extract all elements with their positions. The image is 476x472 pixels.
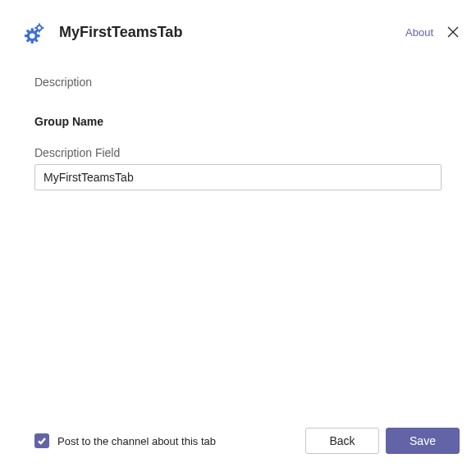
svg-rect-3 — [37, 34, 40, 37]
checkbox-label: Post to the channel about this tab — [57, 435, 216, 447]
svg-rect-1 — [31, 40, 34, 44]
save-button[interactable]: Save — [386, 428, 460, 454]
close-icon — [446, 25, 460, 39]
back-button[interactable]: Back — [305, 428, 379, 454]
svg-rect-9 — [39, 30, 40, 32]
description-field-input[interactable] — [34, 164, 442, 190]
svg-rect-0 — [31, 28, 34, 31]
dialog-header: MyFirstTeamsTab About — [0, 0, 476, 51]
checkbox-box — [34, 433, 49, 448]
dialog-body: Description Group Name Description Field — [0, 51, 476, 190]
about-link[interactable]: About — [405, 26, 433, 39]
description-text: Description — [34, 76, 442, 89]
dialog-title: MyFirstTeamsTab — [59, 24, 405, 41]
app-icon — [23, 20, 48, 44]
svg-rect-11 — [42, 27, 43, 29]
svg-rect-2 — [25, 34, 28, 37]
post-channel-checkbox[interactable]: Post to the channel about this tab — [34, 433, 299, 448]
svg-rect-8 — [39, 23, 40, 25]
group-name-heading: Group Name — [34, 115, 442, 128]
checkmark-icon — [37, 436, 47, 446]
dialog-footer: Post to the channel about this tab Back … — [0, 413, 476, 472]
close-button[interactable] — [446, 25, 460, 39]
description-field-label: Description Field — [34, 146, 442, 159]
svg-rect-10 — [34, 27, 36, 29]
